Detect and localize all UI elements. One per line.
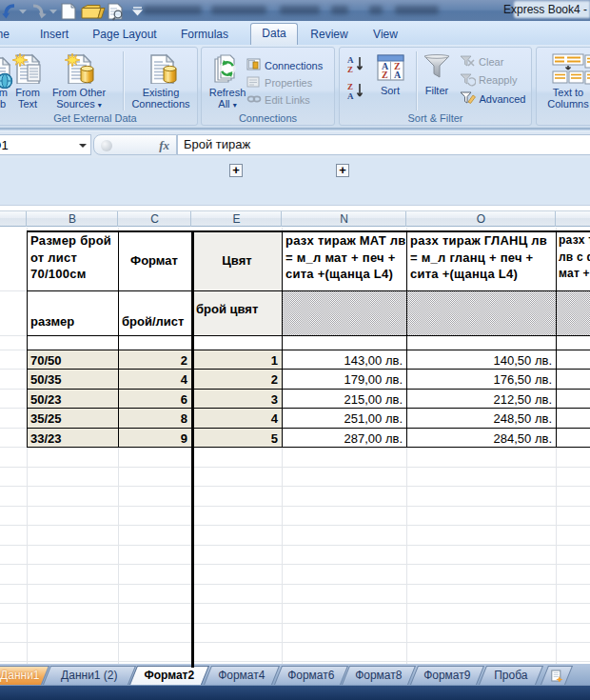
svg-text:A: A: [347, 91, 354, 101]
svg-text:Z: Z: [382, 70, 388, 80]
svg-text:Z: Z: [347, 82, 353, 91]
svg-text:A: A: [394, 70, 402, 80]
svg-text:A: A: [347, 55, 354, 65]
svg-text:Z: Z: [347, 65, 353, 74]
